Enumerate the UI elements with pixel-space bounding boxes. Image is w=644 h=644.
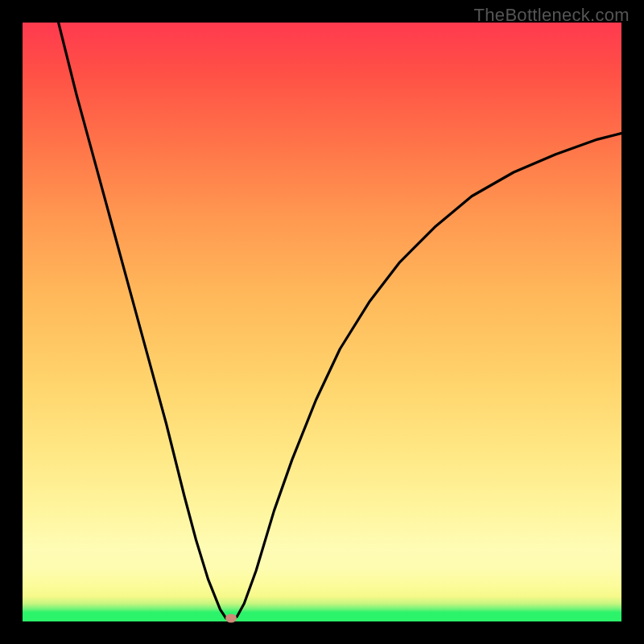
watermark-text: TheBottleneck.com (474, 5, 630, 26)
bottleneck-curve (23, 23, 621, 621)
optimal-point-marker (225, 614, 237, 623)
chart-plot-area (23, 23, 621, 621)
